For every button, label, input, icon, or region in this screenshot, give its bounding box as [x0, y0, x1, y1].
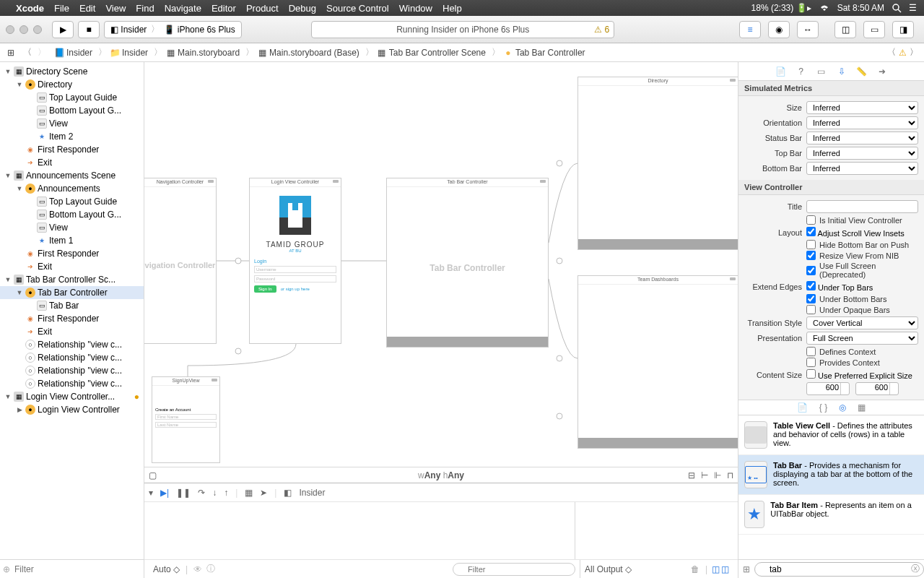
outline-row[interactable]: ▼▦Directory Scene: [0, 65, 144, 78]
issue-prev-icon[interactable]: 〈: [887, 46, 896, 59]
toggle-inspector-button[interactable]: ◨: [892, 21, 914, 38]
step-over-icon[interactable]: ↷: [198, 488, 205, 498]
file-inspector-tab[interactable]: 📄: [775, 66, 787, 77]
panel-right-icon[interactable]: ◫: [721, 564, 729, 574]
size-class-bar[interactable]: ▢ wAny hAny ⊟ ⊢ ⊩ ⊓: [144, 467, 738, 483]
identity-inspector-tab[interactable]: ▭: [816, 66, 827, 77]
scene-directory[interactable]: Directory: [578, 77, 738, 250]
resize-nib-checkbox[interactable]: [806, 251, 816, 260]
document-outline[interactable]: ▼▦Directory Scene▼●Directory▭Top Layout …: [0, 62, 144, 559]
variables-scope[interactable]: Auto ◇: [153, 564, 180, 574]
menu-edit[interactable]: Edit: [79, 3, 95, 14]
menu-file[interactable]: File: [54, 3, 69, 14]
align-icon[interactable]: ⊟: [688, 470, 695, 480]
resolve-icon[interactable]: ⊩: [714, 470, 721, 480]
outline-row[interactable]: ▶●Login View Controller: [0, 403, 144, 416]
jump-seg-scene[interactable]: ▦Tab Bar Controller Scene: [377, 48, 486, 58]
console-output-scope[interactable]: All Output ◇: [585, 564, 632, 574]
size-select[interactable]: Inferred: [806, 101, 918, 114]
variables-view[interactable]: [144, 502, 575, 559]
trash-icon[interactable]: 🗑: [691, 564, 699, 574]
step-in-icon[interactable]: ↓: [212, 488, 217, 498]
quicklook-icon[interactable]: 👁: [193, 564, 202, 574]
topbar-select[interactable]: Inferred: [806, 147, 918, 160]
outline-row[interactable]: ➜Exit: [0, 156, 144, 169]
under-bottom-checkbox[interactable]: [806, 294, 816, 303]
outline-row[interactable]: ○Relationship "view c...: [0, 377, 144, 390]
editor-version-button[interactable]: ↔: [797, 21, 819, 38]
presentation-select[interactable]: Full Screen: [806, 332, 918, 345]
navigator-filter-input[interactable]: [12, 563, 141, 576]
toggle-debug-button[interactable]: ▭: [863, 21, 885, 38]
object-library[interactable]: Table View Cell - Defines the attributes…: [738, 415, 924, 559]
size-class-label[interactable]: wAny hAny: [418, 470, 464, 480]
outline-row[interactable]: ▭Tab Bar: [0, 299, 144, 312]
menu-help[interactable]: Help: [443, 3, 462, 14]
clear-filter-icon[interactable]: ⓧ: [911, 563, 920, 575]
help-inspector-tab[interactable]: ?: [796, 66, 807, 77]
menu-extras-icon[interactable]: ☰: [909, 3, 917, 13]
outline-row[interactable]: ○Relationship "view c...: [0, 351, 144, 364]
warning-badge[interactable]: ⚠ 6: [594, 25, 609, 35]
outline-row[interactable]: ▭Bottom Layout G...: [0, 208, 144, 221]
outline-row[interactable]: ○Relationship "view c...: [0, 338, 144, 351]
content-width-input[interactable]: 600: [806, 382, 850, 395]
library-item[interactable]: Table View Cell - Defines the attributes…: [738, 415, 924, 455]
outline-row[interactable]: ▭Bottom Layout G...: [0, 104, 144, 117]
bottombar-select[interactable]: Inferred: [806, 162, 918, 175]
vc-title-input[interactable]: [806, 200, 918, 213]
app-name[interactable]: Xcode: [16, 3, 44, 14]
scheme-selector[interactable]: ◧ Insider 〉 📱 iPhone 6s Plus: [104, 21, 242, 38]
outline-row[interactable]: ○Relationship "view c...: [0, 364, 144, 377]
attributes-inspector-tab[interactable]: ⇩: [836, 66, 847, 77]
view-debug-icon[interactable]: ▦: [245, 488, 253, 498]
spotlight-icon[interactable]: [892, 3, 902, 13]
scene-team-dashboards[interactable]: Team Dashboards: [578, 275, 738, 449]
hide-debug-icon[interactable]: ▾: [149, 488, 153, 498]
statusbar-select[interactable]: Inferred: [806, 131, 918, 144]
jump-seg-project[interactable]: 📘Insider: [54, 48, 92, 58]
jump-seg-storyboard[interactable]: ▦Main.storyboard: [165, 48, 240, 58]
outline-row[interactable]: ▼●Announcements: [0, 182, 144, 195]
continue-icon[interactable]: ▶|: [160, 488, 169, 498]
pin-icon[interactable]: ⊢: [701, 470, 708, 480]
step-out-icon[interactable]: ↑: [224, 488, 228, 498]
menu-view[interactable]: View: [105, 3, 126, 14]
outline-row[interactable]: ▼▦Login View Controller...●: [0, 390, 144, 403]
clock[interactable]: Sat 8:50 AM: [837, 3, 884, 13]
menu-debug[interactable]: Debug: [289, 3, 316, 14]
storyboard-canvas[interactable]: Navigation Controller vigation Controlle…: [144, 62, 738, 467]
editor-standard-button[interactable]: ≡: [739, 21, 761, 38]
scene-signup-view[interactable]: SignUpView Create an Account First Name …: [152, 376, 220, 463]
stop-button[interactable]: ■: [78, 21, 100, 38]
resize-icon[interactable]: ⊓: [727, 470, 733, 480]
under-top-checkbox[interactable]: [806, 281, 816, 290]
jump-seg-base[interactable]: ▦Main.storyboard (Base): [257, 48, 359, 58]
back-button[interactable]: 〈: [22, 48, 32, 58]
run-button[interactable]: ▶: [52, 21, 74, 38]
outline-row[interactable]: ★Item 1: [0, 234, 144, 247]
under-opaque-checkbox[interactable]: [806, 305, 816, 314]
initial-vc-checkbox[interactable]: [806, 215, 816, 225]
connections-inspector-tab[interactable]: ➜: [876, 66, 888, 77]
outline-row[interactable]: ➜Exit: [0, 260, 144, 273]
related-items-icon[interactable]: ⊞: [6, 48, 16, 58]
menu-navigate[interactable]: Navigate: [165, 3, 201, 14]
code-snippet-tab[interactable]: { }: [819, 402, 827, 413]
object-library-tab[interactable]: ◎: [839, 402, 846, 413]
transition-select[interactable]: Cover Vertical: [806, 316, 918, 329]
forward-button[interactable]: 〉: [37, 48, 47, 58]
outline-row[interactable]: ▭View: [0, 221, 144, 234]
library-item[interactable]: ★ ••Tab Bar - Provides a mechanism for d…: [738, 455, 924, 495]
outline-row[interactable]: ➜Exit: [0, 325, 144, 338]
media-library-tab[interactable]: ▦: [858, 402, 866, 413]
scene-tab-bar-controller[interactable]: Tab Bar Controller Tab Bar Controller: [386, 178, 549, 348]
issue-warning-icon[interactable]: ⚠: [899, 48, 907, 58]
content-height-input[interactable]: 600: [855, 382, 899, 395]
outline-row[interactable]: ◉First Responder: [0, 312, 144, 325]
outline-row[interactable]: ★Item 2: [0, 130, 144, 143]
menu-find[interactable]: Find: [136, 3, 154, 14]
use-pref-size-checkbox[interactable]: [806, 369, 816, 379]
process-name[interactable]: Insider: [299, 488, 325, 498]
fullscreen-checkbox[interactable]: [806, 266, 816, 275]
